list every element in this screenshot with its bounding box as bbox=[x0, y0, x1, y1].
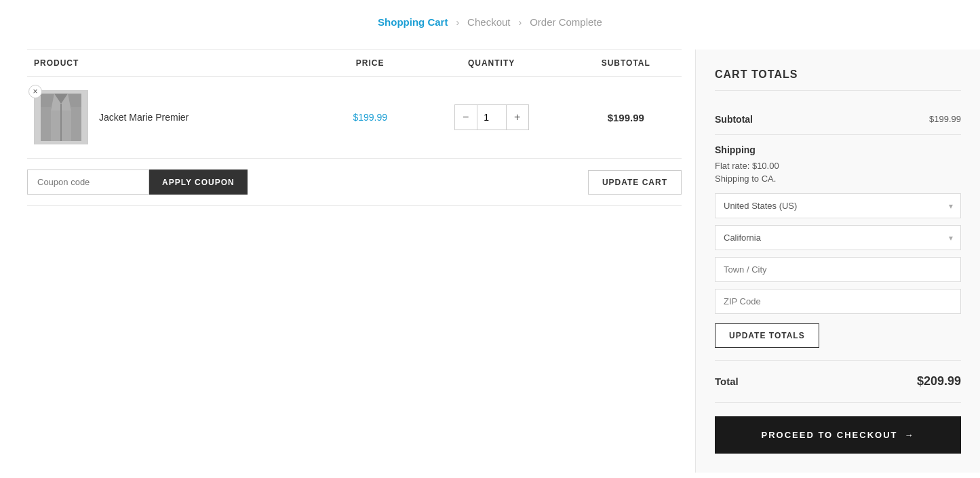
subtotal-value: $199.99 bbox=[929, 114, 961, 124]
breadcrumb-sep-1: › bbox=[456, 17, 459, 28]
cart-section: PRODUCT PRICE QUANTITY SUBTOTAL × bbox=[0, 49, 695, 206]
product-price: $199.99 bbox=[328, 77, 413, 159]
shipping-to: Shipping to CA. bbox=[715, 174, 961, 184]
country-select[interactable]: United States (US) Canada United Kingdom bbox=[715, 193, 961, 218]
col-header-subtotal: SUBTOTAL bbox=[570, 50, 682, 77]
product-subtotal: $199.99 bbox=[570, 77, 682, 159]
country-select-wrap: United States (US) Canada United Kingdom… bbox=[715, 193, 961, 218]
town-input[interactable] bbox=[715, 257, 961, 282]
update-cart-button[interactable]: UPDATE CART bbox=[588, 170, 682, 195]
cart-actions: APPLY COUPON UPDATE CART bbox=[27, 159, 682, 206]
svg-rect-7 bbox=[71, 107, 81, 141]
product-name: Jacket Marie Premier bbox=[99, 112, 189, 123]
shipping-rate: Flat rate: $10.00 bbox=[715, 161, 961, 171]
breadcrumb-order-complete[interactable]: Order Complete bbox=[530, 16, 602, 28]
cart-totals-sidebar: CART TOTALS Subtotal $199.99 Shipping Fl… bbox=[695, 49, 980, 473]
breadcrumb-checkout[interactable]: Checkout bbox=[467, 16, 510, 28]
quantity-cell: − + bbox=[413, 77, 570, 159]
svg-rect-6 bbox=[41, 107, 51, 141]
cart-totals-title: CART TOTALS bbox=[715, 68, 961, 91]
apply-coupon-button[interactable]: APPLY COUPON bbox=[149, 170, 248, 195]
subtotal-row: Subtotal $199.99 bbox=[715, 104, 961, 135]
col-header-price: PRICE bbox=[328, 50, 413, 77]
cart-table: PRODUCT PRICE QUANTITY SUBTOTAL × bbox=[27, 49, 682, 159]
checkout-arrow-icon: → bbox=[905, 430, 915, 440]
checkout-label: PROCEED TO CHECKOUT bbox=[762, 430, 898, 440]
product-image bbox=[34, 90, 88, 144]
quantity-control: − + bbox=[454, 104, 529, 130]
shipping-label: Shipping bbox=[715, 144, 961, 155]
product-cell: × bbox=[27, 77, 328, 159]
coupon-area: APPLY COUPON bbox=[27, 170, 248, 195]
quantity-increase-button[interactable]: + bbox=[507, 105, 528, 130]
remove-item-button[interactable]: × bbox=[28, 85, 42, 98]
breadcrumb-sep-2: › bbox=[518, 17, 522, 28]
breadcrumb-shopping-cart[interactable]: Shopping Cart bbox=[378, 16, 448, 28]
quantity-decrease-button[interactable]: − bbox=[455, 105, 477, 130]
coupon-input[interactable] bbox=[27, 170, 149, 195]
update-totals-button[interactable]: UPDATE TOTALS bbox=[715, 323, 819, 348]
proceed-to-checkout-button[interactable]: PROCEED TO CHECKOUT → bbox=[715, 416, 961, 454]
subtotal-label: Subtotal bbox=[715, 114, 753, 125]
shipping-section: Shipping Flat rate: $10.00 Shipping to C… bbox=[715, 135, 961, 361]
zip-input[interactable] bbox=[715, 289, 961, 314]
quantity-input[interactable] bbox=[477, 105, 507, 130]
state-select-wrap: California New York Texas Florida ▾ bbox=[715, 225, 961, 250]
breadcrumb: Shopping Cart › Checkout › Order Complet… bbox=[0, 0, 980, 49]
total-label: Total bbox=[715, 376, 739, 387]
table-row: × bbox=[27, 77, 682, 159]
state-select[interactable]: California New York Texas Florida bbox=[715, 225, 961, 250]
col-header-quantity: QUANTITY bbox=[413, 50, 570, 77]
jacket-icon bbox=[41, 94, 81, 141]
total-row: Total $209.99 bbox=[715, 361, 961, 403]
product-image-wrap: × bbox=[34, 90, 88, 144]
col-header-product: PRODUCT bbox=[27, 50, 328, 77]
main-layout: PRODUCT PRICE QUANTITY SUBTOTAL × bbox=[0, 49, 980, 473]
total-value: $209.99 bbox=[917, 374, 961, 389]
